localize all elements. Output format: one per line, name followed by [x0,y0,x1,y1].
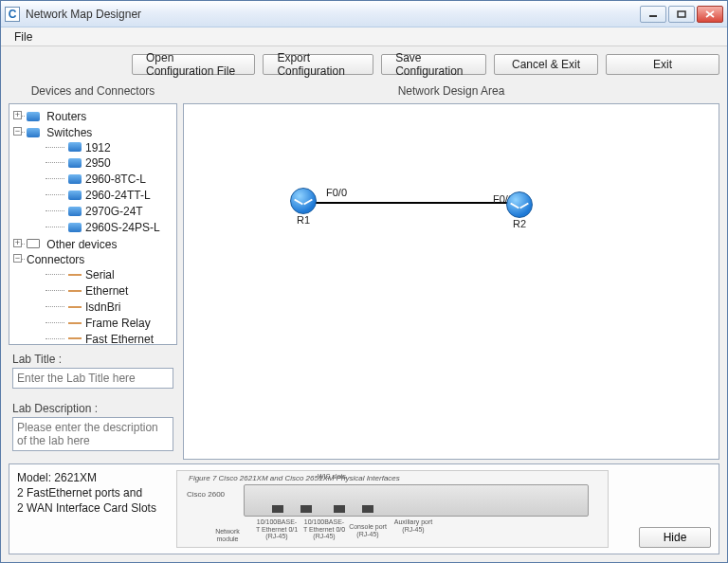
device-icon [27,239,40,248]
design-canvas-panel[interactable]: F0/0 F0/0 R1 R2 [183,103,719,460]
chassis-icon [244,484,589,517]
connector-icon [68,302,82,312]
app-icon: C [5,7,20,22]
switch-icon [68,223,82,232]
menubar: File [1,27,727,46]
tree-switch-item[interactable]: 2960S-24PS-L [42,219,174,235]
tree-switch-item[interactable]: 2950 [42,154,174,171]
close-button[interactable] [697,6,723,23]
tree-switches[interactable]: − Switches 1912 2950 2960-8TC-L 2960-24T… [13,124,174,236]
switch-icon [68,191,82,200]
model-line: 2 WAN Interface Card Slots [17,500,169,516]
tree-connectors[interactable]: − Connectors Serial Ethernet IsdnBri Fra… [13,251,174,345]
tree-routers[interactable]: + Routers [13,108,174,124]
section-headers: Devices and Connectors Network Design Ar… [9,82,719,100]
router-r1[interactable]: R1 [290,188,317,226]
tree-other-devices[interactable]: + Other devices [13,236,174,252]
tree-connector-item[interactable]: IsdnBri [42,299,174,315]
design-canvas[interactable]: F0/0 F0/0 R1 R2 [184,104,719,459]
router-r2[interactable]: R2 [506,191,533,229]
work-row: + Routers − Switches 1912 2950 [9,103,719,460]
figure-console-label: Console port (RJ-45) [346,523,390,537]
export-config-button[interactable]: Export Configuration [263,54,373,75]
collapse-icon[interactable]: − [13,127,22,136]
switch-icon [27,128,40,137]
devices-header: Devices and Connectors [9,84,177,98]
window-controls [640,6,723,23]
figure-netmodule-label: Network module [206,528,249,542]
figure-brand: Cisco 2600 [187,490,225,499]
model-info-panel: Model: 2621XM 2 FastEthernet ports and 2… [9,463,719,554]
minimize-button[interactable] [640,6,666,23]
figure-fe01-label: 10/100BASE-T Ethernet 0/1 (RJ-45) [255,518,299,540]
connector-icon [68,318,82,328]
model-line: Model: 2621XM [17,470,169,485]
device-figure: Figure 7 Cisco 2621XM and Cisco 2651XM P… [176,470,609,548]
lab-title-input[interactable] [12,368,173,389]
titlebar: C Network Map Designer [1,1,727,27]
save-config-button[interactable]: Save Configuration [381,54,486,75]
content-area: Open Configuration File Export Configura… [1,46,727,562]
router-icon [506,191,533,218]
router-label: R2 [506,218,533,229]
close-icon [705,10,715,18]
window-title: Network Map Designer [26,8,640,21]
figure-wic-label: WIC slots [310,473,354,481]
connector-icon [68,286,82,296]
lab-title-group: Lab Title : [9,351,177,394]
connector-icon [68,334,82,343]
tree-switch-item[interactable]: 2970G-24T [42,203,174,219]
tree-connector-item[interactable]: Ethernet [42,282,174,299]
figure-fe00-label: 10/100BASE-T Ethernet 0/0 (RJ-45) [302,518,346,540]
switch-icon [68,207,82,216]
connector-icon [68,270,82,280]
lab-title-label: Lab Title : [12,353,173,366]
open-config-button[interactable]: Open Configuration File [132,54,255,75]
switch-icon [68,158,82,168]
expand-icon[interactable]: + [13,111,22,119]
link-r1-r2[interactable] [307,202,516,204]
tree-switch-item[interactable]: 2960-8TC-L [42,171,174,187]
router-icon [27,112,40,121]
lab-description-group: Lab Description : [9,400,177,460]
router-label: R1 [290,214,317,226]
menu-file[interactable]: File [7,28,40,45]
figure-title: Figure 7 Cisco 2621XM and Cisco 2651XM P… [189,474,400,482]
hide-button-wrap: Hide [616,470,711,548]
devices-tree-panel: + Routers − Switches 1912 2950 [9,103,177,345]
lab-description-label: Lab Description : [12,402,173,415]
expand-icon[interactable]: + [13,239,22,247]
tree-switch-item[interactable]: 1912 [42,139,174,155]
lab-description-input[interactable] [12,417,173,451]
maximize-icon [677,10,686,18]
port-label-r1: F0/0 [326,187,347,198]
exit-button[interactable]: Exit [606,54,719,75]
minimize-icon [648,10,658,18]
figure-aux-label: Auxiliary port (RJ-45) [391,518,435,533]
svg-rect-1 [678,11,685,17]
maximize-button[interactable] [668,6,695,23]
left-column: + Routers − Switches 1912 2950 [9,103,177,460]
router-icon [290,188,317,214]
tree-switch-item[interactable]: 2960-24TT-L [42,187,174,203]
tree-connector-item[interactable]: Serial [42,266,174,282]
model-line: 2 FastEthernet ports and [17,485,169,500]
collapse-icon[interactable]: − [13,254,22,263]
design-area-header: Network Design Area [183,84,719,98]
hide-button[interactable]: Hide [639,527,711,548]
cancel-exit-button[interactable]: Cancel & Exit [494,54,598,75]
devices-tree[interactable]: + Routers − Switches 1912 2950 [11,108,174,345]
tree-connector-item[interactable]: Frame Relay [42,315,174,331]
tree-connector-item[interactable]: Fast Ethernet [42,331,174,345]
model-text: Model: 2621XM 2 FastEthernet ports and 2… [17,470,169,517]
toolbar: Open Configuration File Export Configura… [9,52,719,79]
app-window: C Network Map Designer File Open Configu… [0,0,728,563]
switch-icon [68,174,82,184]
switch-icon [68,142,82,152]
